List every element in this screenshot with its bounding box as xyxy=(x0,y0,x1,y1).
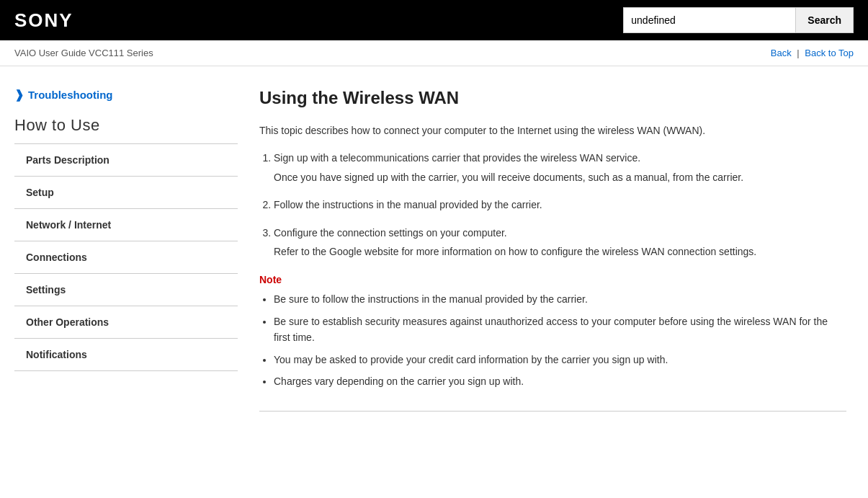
back-to-top-link[interactable]: Back to Top xyxy=(805,48,854,58)
page-title: Using the Wireless WAN xyxy=(259,88,846,108)
note-item-4: Charges vary depending on the carrier yo… xyxy=(274,373,846,389)
how-to-use-heading: How to Use xyxy=(14,116,238,135)
steps-list: Sign up with a telecommunications carrie… xyxy=(274,150,846,259)
sidebar-item-network-internet[interactable]: Network / Internet xyxy=(14,209,238,241)
content-divider xyxy=(259,411,846,412)
intro-text: This topic describes how to connect your… xyxy=(259,123,846,138)
nav-links: Back | Back to Top xyxy=(771,48,854,58)
note-item-3: You may be asked to provide your credit … xyxy=(274,352,846,368)
chevron-right-icon: ❱ xyxy=(14,88,24,102)
troubleshooting-link[interactable]: ❱ Troubleshooting xyxy=(14,88,238,102)
sub-header: VAIO User Guide VCC111 Series Back | Bac… xyxy=(0,40,868,66)
note-section: Note Be sure to follow the instructions … xyxy=(259,274,846,389)
note-item-2: Be sure to establish security measures a… xyxy=(274,314,846,346)
nav-separator: | xyxy=(797,48,799,58)
breadcrumb: VAIO User Guide VCC111 Series xyxy=(14,48,153,58)
sidebar-item-settings[interactable]: Settings xyxy=(14,274,238,306)
sidebar-nav: Parts Description Setup Network / Intern… xyxy=(14,143,238,371)
back-link[interactable]: Back xyxy=(771,48,792,58)
header: SONY Search xyxy=(0,0,868,40)
step-3: Configure the connection settings on you… xyxy=(274,225,846,260)
sidebar-item-connections[interactable]: Connections xyxy=(14,241,238,274)
search-input[interactable] xyxy=(623,7,796,33)
troubleshooting-label: Troubleshooting xyxy=(28,89,113,101)
step-3-main: Configure the connection settings on you… xyxy=(274,227,507,239)
step-1-sub: Once you have signed up with the carrier… xyxy=(274,169,846,185)
search-button[interactable]: Search xyxy=(796,7,854,33)
sony-logo: SONY xyxy=(14,9,73,32)
step-2: Follow the instructions in the manual pr… xyxy=(274,197,846,213)
content-area: Using the Wireless WAN This topic descri… xyxy=(252,81,854,475)
sidebar-item-setup[interactable]: Setup xyxy=(14,177,238,209)
search-form: Search xyxy=(623,7,854,33)
step-3-sub: Refer to the Google website for more inf… xyxy=(274,244,846,259)
sidebar-item-other-operations[interactable]: Other Operations xyxy=(14,306,238,339)
sidebar-item-parts-description[interactable]: Parts Description xyxy=(14,144,238,177)
footer: © 2011 Sony Corporation xyxy=(0,489,868,498)
sidebar-item-notifications[interactable]: Notifications xyxy=(14,339,238,371)
step-1-main: Sign up with a telecommunications carrie… xyxy=(274,152,640,164)
note-label: Note xyxy=(259,274,846,285)
step-1: Sign up with a telecommunications carrie… xyxy=(274,150,846,185)
step-2-main: Follow the instructions in the manual pr… xyxy=(274,199,542,210)
sidebar: ❱ Troubleshooting How to Use Parts Descr… xyxy=(14,81,238,475)
main-container: ❱ Troubleshooting How to Use Parts Descr… xyxy=(0,66,868,489)
note-list: Be sure to follow the instructions in th… xyxy=(274,291,846,389)
note-item-1: Be sure to follow the instructions in th… xyxy=(274,291,846,307)
